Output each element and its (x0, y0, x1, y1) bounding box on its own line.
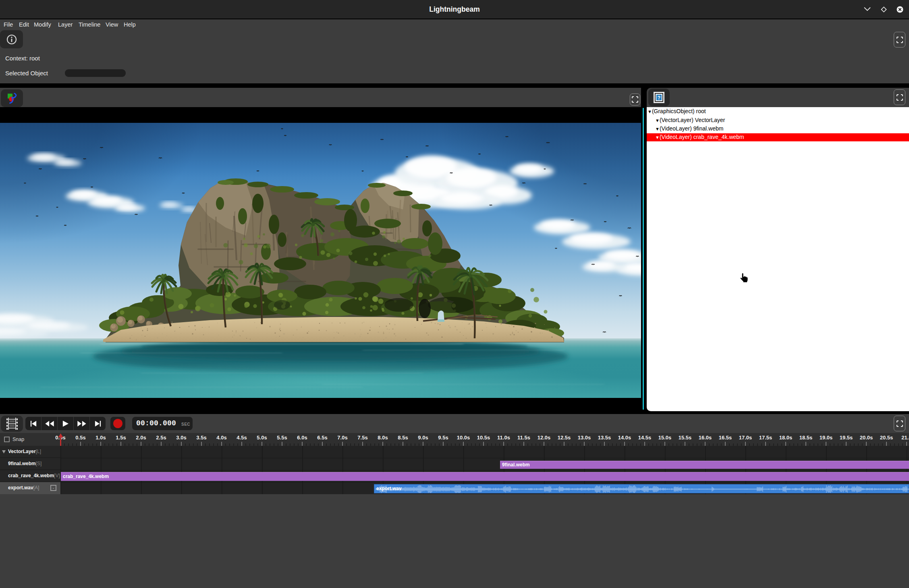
svg-text:12.5s: 12.5s (558, 435, 571, 441)
svg-text:13.5s: 13.5s (598, 435, 611, 441)
svg-text:5.0s: 5.0s (257, 435, 267, 441)
svg-text:19.5s: 19.5s (840, 435, 853, 441)
svg-text:6.5s: 6.5s (317, 435, 327, 441)
svg-text:4.5s: 4.5s (237, 435, 247, 441)
svg-text:?: ? (658, 95, 660, 101)
svg-text:16.0s: 16.0s (699, 435, 712, 441)
svg-text:13.0s: 13.0s (578, 435, 591, 441)
svg-text:21.0: 21.0 (901, 435, 909, 441)
svg-text:10.5s: 10.5s (477, 435, 490, 441)
svg-text:17.0s: 17.0s (739, 435, 752, 441)
svg-text:1.5s: 1.5s (116, 435, 126, 441)
svg-text:15.0s: 15.0s (658, 435, 672, 441)
svg-text:16.5s: 16.5s (719, 435, 732, 441)
svg-text:19.0s: 19.0s (820, 435, 833, 441)
svg-text:18.0s: 18.0s (779, 435, 793, 441)
svg-text:4.0s: 4.0s (216, 435, 226, 441)
svg-text:9.0s: 9.0s (418, 435, 428, 441)
svg-text:10.0s: 10.0s (457, 435, 470, 441)
svg-text:2.5s: 2.5s (156, 435, 166, 441)
svg-text:17.5s: 17.5s (759, 435, 772, 441)
svg-text:18.5s: 18.5s (799, 435, 813, 441)
svg-text:12.0s: 12.0s (538, 435, 551, 441)
svg-text:6.0s: 6.0s (297, 435, 307, 441)
svg-text:7.5s: 7.5s (357, 435, 367, 441)
svg-text:8.5s: 8.5s (398, 435, 408, 441)
svg-text:3.5s: 3.5s (196, 435, 206, 441)
svg-text:15.5s: 15.5s (679, 435, 692, 441)
svg-text:2.0s: 2.0s (136, 435, 146, 441)
svg-text:1.0s: 1.0s (95, 435, 106, 441)
svg-text:14.5s: 14.5s (638, 435, 652, 441)
svg-text:11.5s: 11.5s (517, 435, 530, 441)
svg-text:5.5s: 5.5s (277, 435, 287, 441)
svg-text:0.5s: 0.5s (75, 435, 85, 441)
svg-text:11.0s: 11.0s (497, 435, 510, 441)
svg-text:14.0s: 14.0s (618, 435, 631, 441)
svg-text:9.5s: 9.5s (438, 435, 448, 441)
svg-text:20.0s: 20.0s (860, 435, 873, 441)
svg-text:7.0s: 7.0s (337, 435, 347, 441)
svg-text:8.0s: 8.0s (378, 435, 388, 441)
svg-text:20.5s: 20.5s (880, 435, 893, 441)
svg-text:3.0s: 3.0s (176, 435, 186, 441)
